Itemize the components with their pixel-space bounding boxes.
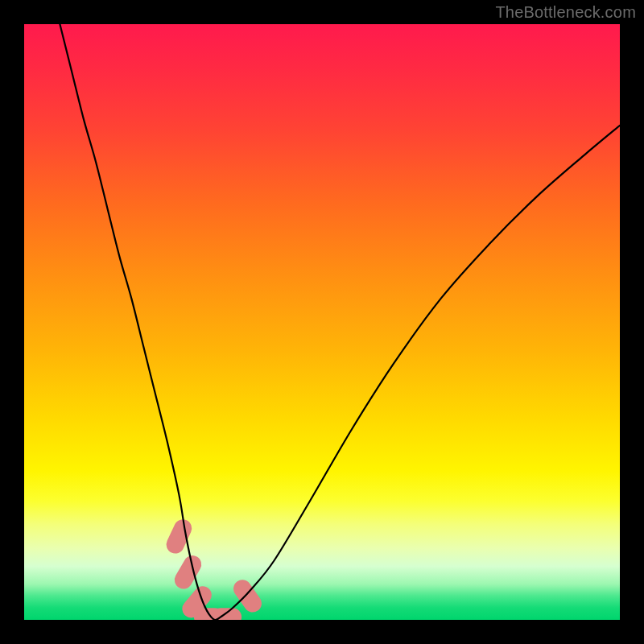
- marker-group: [163, 517, 265, 620]
- curve-layer: [24, 24, 620, 620]
- plot-area: [24, 24, 620, 620]
- curve-marker: [171, 552, 204, 592]
- chart-frame: TheBottleneck.com: [0, 0, 644, 644]
- bottleneck-curve: [60, 24, 620, 620]
- curve-marker: [212, 608, 242, 620]
- curve-marker: [163, 517, 195, 557]
- watermark-text: TheBottleneck.com: [495, 3, 636, 22]
